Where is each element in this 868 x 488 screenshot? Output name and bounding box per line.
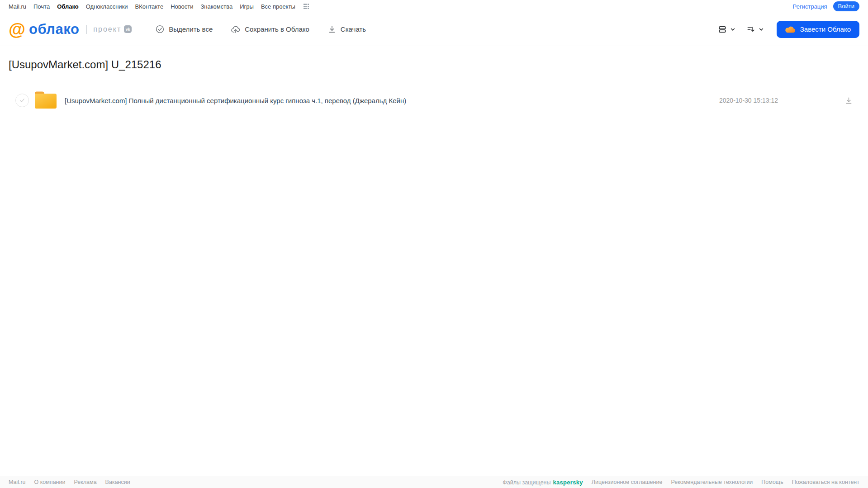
chevron-down-icon xyxy=(759,27,764,32)
download-label: Скачать xyxy=(341,25,366,33)
download-icon xyxy=(327,25,337,34)
mailru-at-logo-icon: @ xyxy=(9,21,25,38)
portal-nav-right: Регистрация Войти xyxy=(793,1,859,12)
file-list: [UsupovMarket.com] Полный дистанционный … xyxy=(9,89,859,112)
footer-link-about[interactable]: О компании xyxy=(34,479,66,485)
footer-link-recommendations[interactable]: Рекомендательные технологии xyxy=(671,479,753,485)
footer-right-links: Файлы защищены kaspersky Лицензионное со… xyxy=(503,479,859,486)
nav-item-oblako[interactable]: Облако xyxy=(57,3,79,10)
kaspersky-logo[interactable]: kaspersky xyxy=(553,479,583,486)
download-button[interactable]: Скачать xyxy=(327,25,366,34)
register-link[interactable]: Регистрация xyxy=(793,3,827,10)
logo-divider xyxy=(86,25,87,34)
row-download-icon[interactable] xyxy=(844,96,853,105)
page-title: [UsupovMarket.com] U_215216 xyxy=(9,58,859,71)
sort-icon xyxy=(746,25,755,34)
vk-badge-icon: vk xyxy=(124,25,132,33)
list-view-icon xyxy=(718,25,727,34)
login-button[interactable]: Войти xyxy=(833,1,859,12)
kaspersky-protection-note: Файлы защищены kaspersky xyxy=(503,479,583,486)
footer-link-ads[interactable]: Реклама xyxy=(74,479,96,485)
cloud-logo-text: облако xyxy=(29,21,79,38)
check-icon xyxy=(19,97,25,104)
file-date: 2020-10-30 15:13:12 xyxy=(719,97,778,104)
save-to-cloud-button[interactable]: Сохранить в Облако xyxy=(231,24,309,34)
cloud-logo[interactable]: @ облако проект vk xyxy=(9,21,132,38)
cloud-upload-icon xyxy=(231,24,241,34)
portal-nav: Mail.ru Почта Облако Одноклассники ВКонт… xyxy=(0,0,868,13)
nav-item-vse-proekty[interactable]: Все проекты xyxy=(261,3,295,10)
nav-item-novosti[interactable]: Новости xyxy=(171,3,193,10)
folder-icon[interactable] xyxy=(35,90,57,110)
get-cloud-button[interactable]: Завести Облако xyxy=(777,21,859,38)
nav-item-igry[interactable]: Игры xyxy=(240,3,254,10)
get-cloud-label: Завести Облако xyxy=(800,25,851,33)
protected-by-label: Файлы защищены xyxy=(503,479,550,486)
nav-item-odnoklassniki[interactable]: Одноклассники xyxy=(86,3,128,10)
file-toolbar: Выделить все Сохранить в Облако Скач xyxy=(155,24,366,34)
footer-left-links: Mail.ru О компании Реклама Вакансии xyxy=(9,479,130,485)
file-name-link[interactable]: [UsupovMarket.com] Полный дистанционный … xyxy=(65,97,406,104)
app-header: @ облако проект vk Выделить все xyxy=(0,13,868,46)
nav-item-znakomstva[interactable]: Знакомства xyxy=(200,3,232,10)
chevron-down-icon xyxy=(730,27,735,32)
check-circle-icon xyxy=(155,24,165,34)
select-all-label: Выделить все xyxy=(169,25,213,33)
main-content: [UsupovMarket.com] U_215216 xyxy=(0,46,868,476)
file-row[interactable]: [UsupovMarket.com] Полный дистанционный … xyxy=(9,89,859,112)
portal-nav-links: Mail.ru Почта Облако Одноклассники ВКонт… xyxy=(9,3,309,10)
nav-item-pochta[interactable]: Почта xyxy=(33,3,50,10)
view-switcher[interactable] xyxy=(718,25,735,34)
nav-item-mailru[interactable]: Mail.ru xyxy=(9,3,26,10)
nav-item-vkontakte[interactable]: ВКонтакте xyxy=(135,3,164,10)
sort-control[interactable] xyxy=(746,25,764,34)
footer-link-help[interactable]: Помощь xyxy=(761,479,783,485)
cloud-orange-icon xyxy=(785,26,796,33)
save-to-cloud-label: Сохранить в Облако xyxy=(245,25,309,33)
project-label: проект xyxy=(93,25,121,33)
all-projects-grid-icon[interactable] xyxy=(304,4,309,9)
footer-link-license[interactable]: Лицензионное соглашение xyxy=(592,479,663,485)
footer-link-report[interactable]: Пожаловаться на контент xyxy=(792,479,859,485)
header-right-controls: Завести Облако xyxy=(718,21,859,38)
footer: Mail.ru О компании Реклама Вакансии Файл… xyxy=(0,476,868,488)
select-all-button[interactable]: Выделить все xyxy=(155,24,213,34)
footer-link-mailru[interactable]: Mail.ru xyxy=(9,479,26,485)
footer-link-jobs[interactable]: Вакансии xyxy=(105,479,130,485)
row-checkbox[interactable] xyxy=(15,94,29,107)
